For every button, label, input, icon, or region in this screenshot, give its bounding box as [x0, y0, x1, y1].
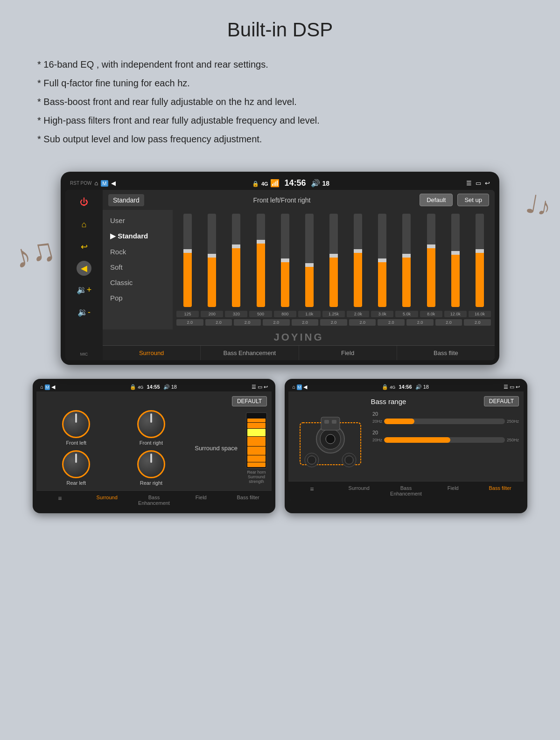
rear-left-knob[interactable] — [62, 450, 90, 478]
slider-handle-5[interactable] — [305, 263, 314, 267]
bass-enhancement-tab[interactable]: BassEnhancement — [131, 493, 178, 508]
eq-main-tab-0[interactable]: Surround — [103, 346, 201, 360]
eq-slider-9[interactable] — [395, 214, 418, 307]
b-surround-tab[interactable]: Surround — [336, 483, 383, 498]
eq-main-tab-3[interactable]: Bass flite — [397, 346, 495, 360]
s-back-icon[interactable]: ↩ — [264, 384, 268, 390]
slider-handle-12[interactable] — [476, 249, 484, 253]
bass-slider-1-max: 250Hz — [507, 419, 519, 424]
surround-eq-icon-tab[interactable]: ≡ — [36, 493, 84, 508]
preset-selector[interactable]: Standard — [108, 194, 144, 206]
eq-main-tab-1[interactable]: Bass Enhancement — [201, 346, 299, 360]
back-icon[interactable]: ↩ — [485, 180, 490, 187]
freq-label-8: 3.0k — [371, 311, 393, 317]
slider-track-6[interactable] — [329, 214, 338, 307]
mic-label: MIC — [80, 352, 88, 356]
slider-track-1[interactable] — [208, 214, 216, 307]
eq-slider-1[interactable] — [201, 214, 223, 307]
b-bass-filter-tab[interactable]: Bass filter — [476, 483, 524, 498]
slider-handle-10[interactable] — [427, 244, 435, 248]
slider-track-10[interactable] — [427, 214, 435, 307]
slider-handle-9[interactable] — [402, 254, 411, 258]
bass-eq-icon-tab[interactable]: ≡ — [288, 483, 336, 498]
slider-track-5[interactable] — [305, 214, 314, 307]
s-menu-icon[interactable]: ☰ — [252, 384, 256, 390]
bass-slider-track-2[interactable] — [384, 437, 505, 443]
menu-icon[interactable]: ☰ — [466, 180, 472, 187]
bottom-devices: ⌂ M ◀ 🔒 4G 14:55 🔊 18 ☰ ▭ ↩ — [23, 379, 537, 513]
svg-point-3 — [326, 434, 335, 444]
bass-default-btn[interactable]: DEFAULT — [484, 396, 519, 406]
power-button[interactable]: ⏻ — [76, 194, 92, 210]
b-menu-icon[interactable]: ☰ — [504, 384, 508, 390]
default-button[interactable]: Default — [420, 194, 453, 206]
eq-slider-5[interactable] — [298, 214, 321, 307]
vu-label: Rear hornSurroundstrength — [247, 470, 266, 484]
home-icon[interactable]: ⌂ — [94, 180, 98, 187]
b-back-icon[interactable]: ↩ — [516, 384, 520, 390]
freq-label-0: 125 — [176, 311, 199, 317]
slider-handle-7[interactable] — [354, 249, 362, 253]
front-left-knob[interactable] — [62, 410, 90, 438]
gain-label-10: 2.0 — [464, 319, 491, 326]
slider-handle-2[interactable] — [232, 244, 240, 248]
slider-track-0[interactable] — [183, 214, 192, 307]
preset-item-user[interactable]: User — [103, 213, 173, 228]
slider-handle-1[interactable] — [208, 254, 216, 258]
slider-track-4[interactable] — [281, 214, 289, 307]
b-bass-enhancement-tab[interactable]: BassEnhancement — [383, 483, 430, 498]
eq-slider-6[interactable] — [322, 214, 345, 307]
eq-slider-2[interactable] — [225, 214, 247, 307]
slider-handle-4[interactable] — [281, 258, 289, 262]
vol-down-button[interactable]: 🔉- — [76, 304, 92, 321]
bass-filter-tab[interactable]: Bass filter — [224, 493, 272, 508]
eq-main-tab-2[interactable]: Field — [299, 346, 397, 360]
back-button[interactable]: ↩ — [76, 238, 92, 255]
slider-handle-11[interactable] — [451, 251, 460, 255]
slider-fill-12 — [476, 251, 484, 307]
preset-item-pop[interactable]: Pop — [103, 290, 173, 306]
b-field-tab[interactable]: Field — [429, 483, 476, 498]
window-icon[interactable]: ▭ — [476, 180, 481, 187]
features-list: 16-band EQ , with independent front and … — [37, 55, 523, 148]
eq-slider-12[interactable] — [469, 214, 491, 307]
s-window-icon[interactable]: ▭ — [258, 384, 262, 390]
eq-slider-3[interactable] — [249, 214, 272, 307]
slider-track-12[interactable] — [476, 214, 484, 307]
setup-button[interactable]: Set up — [457, 194, 489, 206]
slider-track-9[interactable] — [402, 214, 411, 307]
eq-slider-8[interactable] — [371, 214, 393, 307]
slider-handle-0[interactable] — [183, 249, 192, 253]
slider-handle-6[interactable] — [329, 254, 338, 258]
front-right-knob[interactable] — [137, 410, 165, 438]
eq-slider-11[interactable] — [444, 214, 467, 307]
surround-status-left: ⌂ M ◀ — [40, 384, 55, 390]
bass-header: Bass range DEFAULT — [293, 396, 519, 406]
nav-button[interactable]: ◀ — [77, 261, 91, 276]
eq-slider-4[interactable] — [274, 214, 296, 307]
slider-handle-8[interactable] — [378, 258, 386, 262]
slider-track-11[interactable] — [451, 214, 460, 307]
slider-handle-3[interactable] — [257, 240, 265, 244]
slider-track-2[interactable] — [232, 214, 240, 307]
vol-up-button[interactable]: 🔉+ — [76, 281, 92, 298]
slider-track-8[interactable] — [378, 214, 386, 307]
preset-item-classic[interactable]: Classic — [103, 275, 173, 290]
eq-slider-10[interactable] — [420, 214, 442, 307]
home-button[interactable]: ⌂ — [76, 216, 92, 233]
surround-tab[interactable]: Surround — [84, 493, 131, 508]
b-window-icon[interactable]: ▭ — [510, 384, 514, 390]
field-tab[interactable]: Field — [177, 493, 224, 508]
eq-slider-7[interactable] — [347, 214, 369, 307]
preset-item-soft[interactable]: Soft — [103, 259, 173, 275]
eq-header: Standard Front left/Front right Default … — [103, 190, 495, 210]
rear-right-knob-item: Rear right — [116, 450, 187, 486]
preset-item-standard[interactable]: Standard — [103, 228, 173, 244]
rear-right-knob[interactable] — [137, 450, 165, 478]
surround-default-btn[interactable]: DEFAULT — [232, 396, 267, 406]
eq-slider-0[interactable] — [176, 214, 199, 307]
slider-track-3[interactable] — [257, 214, 265, 307]
preset-item-rock[interactable]: Rock — [103, 244, 173, 259]
bass-slider-track-1[interactable] — [384, 419, 505, 424]
slider-track-7[interactable] — [354, 214, 362, 307]
